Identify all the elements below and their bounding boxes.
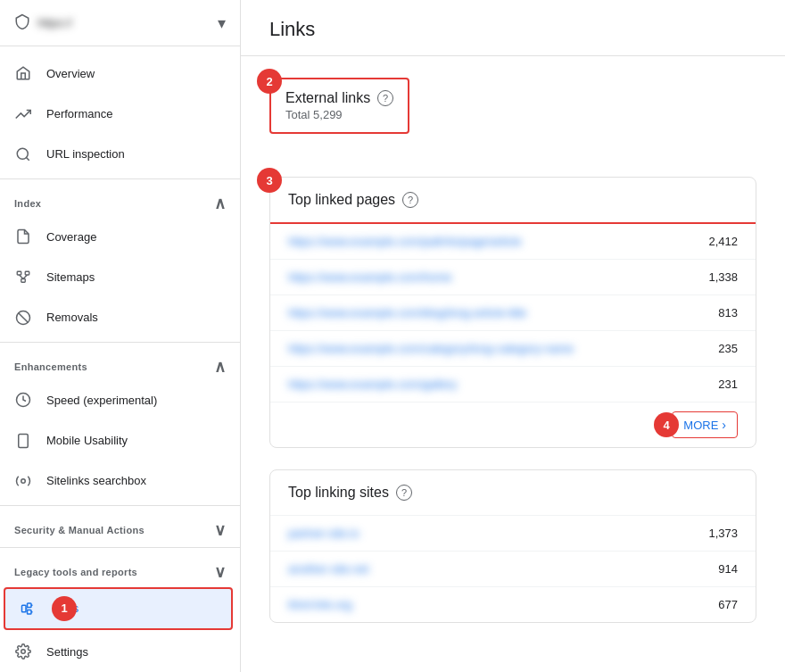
- security-label: Security & Manual Actions: [14, 525, 145, 535]
- overview-label: Overview: [46, 67, 95, 80]
- index-section-header[interactable]: Index ∧: [0, 183, 240, 217]
- shield-icon: [14, 13, 30, 33]
- url-text: https://: [37, 16, 211, 29]
- sidebar-item-sitemaps[interactable]: Sitemaps: [0, 257, 233, 297]
- mobile-icon: [14, 433, 32, 449]
- url-dropdown-chevron[interactable]: ▾: [218, 13, 226, 33]
- legacy-label: Legacy tools and reports: [14, 567, 137, 577]
- top-linking-sites-title: Top linking sites: [288, 485, 389, 501]
- links-icon: [20, 601, 37, 617]
- more-button-label: MORE: [683, 419, 718, 432]
- top-linked-pages-title: Top linked pages: [288, 192, 395, 208]
- trending-up-icon: [14, 106, 32, 122]
- removals-icon: [14, 310, 32, 326]
- more-row: 4 MORE ›: [270, 402, 756, 447]
- sidebar-item-removals[interactable]: Removals: [0, 297, 233, 337]
- linked-count-5: 231: [718, 377, 738, 391]
- speed-icon: [14, 392, 32, 408]
- linking-site-2: another-site.net: [288, 562, 704, 576]
- legacy-section-header[interactable]: Legacy tools and reports ∨: [0, 552, 240, 585]
- enhancements-section-header[interactable]: Enhancements ∧: [0, 346, 240, 380]
- sitemaps-icon: [14, 270, 32, 286]
- settings-icon: [14, 643, 32, 660]
- coverage-label: Coverage: [46, 230, 96, 244]
- external-links-title: External links ?: [285, 90, 393, 106]
- more-button[interactable]: MORE ›: [672, 411, 738, 438]
- top-linked-pages-title-bar: Top linked pages ?: [270, 178, 756, 224]
- enhancements-collapse-icon: ∧: [214, 357, 226, 377]
- top-linking-sites-section: Top linking sites ? partner-site.io 1,37…: [269, 469, 756, 623]
- page-title: Links: [269, 18, 756, 41]
- sidebar: https:// ▾ Overview Performance: [0, 0, 241, 672]
- home-icon: [14, 65, 32, 81]
- top-linked-pages-section: 3 Top linked pages ? https://www.example…: [269, 177, 756, 448]
- annotation-badge-2: 2: [257, 69, 282, 94]
- index-collapse-icon: ∧: [214, 194, 226, 213]
- svg-rect-14: [28, 610, 32, 614]
- sidebar-item-mobile[interactable]: Mobile Usability: [0, 420, 233, 460]
- index-label: Index: [14, 198, 41, 209]
- linking-site-3: third-link.org: [288, 598, 704, 611]
- linking-site-1: partner-site.io: [288, 527, 694, 540]
- linked-url-3: https://www.example.com/blog/long-articl…: [288, 306, 704, 319]
- url-bar[interactable]: https:// ▾: [0, 0, 240, 46]
- url-inspection-label: URL inspection: [46, 147, 125, 161]
- top-linked-pages-help-icon[interactable]: ?: [402, 192, 418, 208]
- svg-rect-12: [22, 605, 27, 612]
- table-row: https://www.example.com/category/long-ca…: [270, 331, 756, 367]
- table-row: https://www.example.com/gallery 231: [270, 367, 756, 402]
- sidebar-item-overview[interactable]: Overview: [0, 54, 233, 94]
- sidebar-item-url-inspection[interactable]: URL inspection: [0, 134, 233, 174]
- annotation-badge-1: 1: [52, 596, 77, 621]
- main-content: Links 2 External links ? Total 5,299 3 T…: [241, 0, 785, 672]
- linked-url-2: https://www.example.com/home: [288, 270, 694, 284]
- external-links-label: External links: [285, 90, 370, 106]
- svg-point-18: [21, 650, 26, 654]
- sidebar-item-links[interactable]: Links: [4, 587, 233, 630]
- linking-site-count-1: 1,373: [708, 527, 738, 540]
- table-row: https://www.example.com/blog/long-articl…: [270, 295, 756, 331]
- svg-point-11: [21, 479, 26, 484]
- external-links-total: Total 5,299: [285, 108, 393, 121]
- sitemaps-label: Sitemaps: [46, 270, 95, 284]
- legacy-expand-icon: ∨: [214, 562, 226, 582]
- enhancements-label: Enhancements: [14, 361, 87, 372]
- top-linking-sites-title-bar: Top linking sites ?: [270, 470, 756, 516]
- linked-count-3: 813: [718, 306, 738, 319]
- removals-label: Removals: [46, 311, 98, 324]
- sidebar-item-sitelinks[interactable]: Sitelinks searchbox: [0, 460, 233, 501]
- more-chevron-icon: ›: [722, 418, 726, 432]
- linked-pages-card: Top linked pages ? https://www.example.c…: [269, 177, 756, 448]
- svg-rect-4: [25, 271, 29, 275]
- security-section-header[interactable]: Security & Manual Actions ∨: [0, 510, 240, 543]
- external-links-help-icon[interactable]: ?: [377, 90, 393, 106]
- sidebar-item-settings[interactable]: Settings: [0, 632, 233, 672]
- security-expand-icon: ∨: [214, 520, 226, 540]
- svg-line-6: [23, 275, 28, 279]
- linked-count-4: 235: [718, 342, 738, 355]
- svg-rect-13: [28, 603, 32, 608]
- sidebar-item-performance[interactable]: Performance: [0, 94, 233, 134]
- sidebar-item-speed[interactable]: Speed (experimental): [0, 380, 233, 420]
- linked-count-1: 2,412: [708, 235, 738, 248]
- page-header: Links: [241, 0, 785, 56]
- svg-point-0: [17, 148, 28, 159]
- linked-count-2: 1,338: [708, 270, 738, 284]
- sidebar-item-coverage[interactable]: Coverage: [0, 217, 233, 257]
- linked-url-1: https://www.example.com/path/to/page/art…: [288, 235, 694, 248]
- linked-url-5: https://www.example.com/gallery: [288, 377, 704, 391]
- svg-rect-2: [17, 271, 21, 275]
- sitelinks-icon: [14, 473, 32, 489]
- speed-label: Speed (experimental): [46, 394, 157, 407]
- annotation-badge-4: 4: [654, 412, 679, 437]
- sitelinks-label: Sitelinks searchbox: [46, 474, 146, 487]
- coverage-icon: [14, 228, 32, 245]
- linking-site-count-2: 914: [718, 562, 738, 576]
- mobile-label: Mobile Usability: [46, 434, 128, 447]
- top-linking-sites-help-icon[interactable]: ?: [396, 485, 412, 501]
- svg-line-8: [19, 313, 29, 323]
- external-links-card: External links ? Total 5,299: [269, 78, 409, 134]
- search-icon: [14, 146, 32, 162]
- linking-site-count-3: 677: [718, 598, 738, 611]
- linked-url-4: https://www.example.com/category/long-ca…: [288, 342, 704, 355]
